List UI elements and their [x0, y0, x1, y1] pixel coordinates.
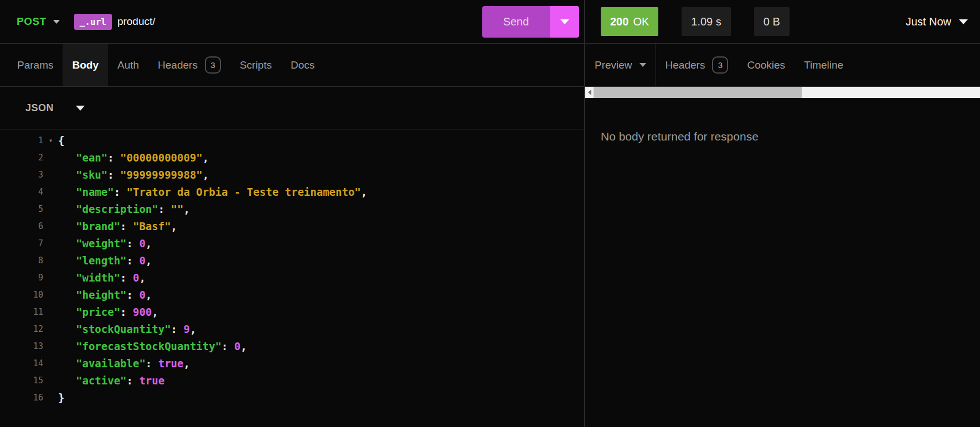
code-text: "weight": 0,	[58, 235, 152, 252]
line-number: 14	[0, 355, 43, 372]
tab-label: Cookies	[747, 59, 785, 71]
fold-gutter	[43, 201, 58, 218]
status-text: OK	[633, 15, 649, 28]
code-text: "length": 0,	[58, 252, 152, 269]
line-number: 1	[0, 132, 43, 149]
line-number: 4	[0, 184, 43, 201]
tab-docs[interactable]: Docs	[281, 44, 324, 86]
line-number: 6	[0, 218, 43, 235]
line-number: 13	[0, 338, 43, 355]
chevron-down-icon	[959, 19, 968, 24]
code-line[interactable]: 12"stockQuantity": 9,	[0, 321, 584, 338]
response-body-area: No body returned for response	[585, 98, 980, 427]
code-line[interactable]: 15"active": true	[0, 372, 584, 389]
code-text: "active": true	[58, 372, 164, 389]
response-panel: 200 OK 1.09 s 0 B Just Now PreviewHeader…	[585, 0, 980, 427]
fold-gutter	[43, 235, 58, 252]
fold-gutter	[43, 269, 58, 287]
code-text: "height": 0,	[58, 287, 152, 304]
code-line[interactable]: 13"forecastStockQuantity": 0,	[0, 338, 584, 355]
tab-label: Headers	[666, 59, 705, 71]
request-url-bar: POST _.url product/ Send	[0, 0, 584, 44]
fold-gutter	[43, 389, 58, 407]
method-label: POST	[17, 15, 47, 28]
code-line[interactable]: 2"ean": "00000000009",	[0, 149, 584, 166]
body-mode-select[interactable]: JSON	[25, 102, 54, 114]
fold-toggle-icon[interactable]: ▾	[43, 132, 58, 149]
code-text: "name": "Trator da Orbia - Teste treinam…	[58, 184, 367, 201]
tab-label: Docs	[291, 59, 314, 71]
tab-params[interactable]: Params	[8, 44, 63, 86]
code-text: "width": 0,	[58, 269, 146, 287]
line-number: 7	[0, 235, 43, 252]
fold-gutter	[43, 218, 58, 235]
tab-label: Timeline	[804, 59, 843, 71]
scrollbar-left-arrow[interactable]	[585, 87, 594, 98]
line-number: 5	[0, 201, 43, 218]
tab-scripts[interactable]: Scripts	[230, 44, 281, 86]
method-select[interactable]: POST	[17, 15, 60, 28]
line-number: 8	[0, 252, 43, 269]
tab-label: Body	[72, 59, 99, 71]
line-number: 2	[0, 149, 43, 166]
tab-headers[interactable]: Headers3	[148, 44, 230, 86]
code-text: "available": true,	[58, 355, 190, 372]
code-text: "forecastStockQuantity": 0,	[58, 338, 247, 355]
code-line[interactable]: 6"brand": "Basf",	[0, 218, 584, 235]
arrow-left-icon	[588, 90, 591, 95]
code-line[interactable]: 8"length": 0,	[0, 252, 584, 269]
status-badge: 200 OK	[601, 7, 658, 36]
tab-body[interactable]: Body	[63, 44, 108, 86]
line-number: 10	[0, 287, 43, 304]
json-body-editor[interactable]: 1▾{2"ean": "00000000009",3"sku": "999999…	[0, 129, 584, 427]
scrollbar-thumb[interactable]	[594, 87, 802, 98]
url-variable-badge: _.url	[74, 14, 112, 30]
fold-gutter	[43, 355, 58, 372]
code-line[interactable]: 7"weight": 0,	[0, 235, 584, 252]
tab-headers[interactable]: Headers3	[656, 44, 738, 86]
code-text: "ean": "00000000009",	[58, 149, 209, 166]
chevron-down-icon[interactable]	[76, 106, 85, 111]
line-number: 15	[0, 372, 43, 389]
api-client-window: POST _.url product/ Send ParamsBodyAuthH…	[0, 0, 980, 427]
code-line[interactable]: 11"price": 900,	[0, 304, 584, 321]
url-input[interactable]: _.url product/	[74, 14, 482, 30]
tab-preview[interactable]: Preview	[585, 44, 656, 86]
response-hscrollbar[interactable]	[585, 87, 980, 98]
line-number: 3	[0, 166, 43, 184]
fold-gutter	[43, 321, 58, 338]
request-tabs: ParamsBodyAuthHeaders3ScriptsDocs	[0, 44, 584, 87]
tab-label: Preview	[595, 59, 632, 71]
code-text: {	[58, 132, 64, 149]
code-text: "sku": "99999999988",	[58, 166, 209, 184]
chevron-down-icon	[639, 63, 646, 67]
code-line[interactable]: 3"sku": "99999999988",	[0, 166, 584, 184]
fold-gutter	[43, 149, 58, 166]
tab-timeline[interactable]: Timeline	[795, 44, 853, 86]
tab-cookies[interactable]: Cookies	[737, 44, 795, 86]
code-line[interactable]: 5"description": "",	[0, 201, 584, 218]
code-line[interactable]: 10"height": 0,	[0, 287, 584, 304]
chevron-down-icon	[53, 20, 60, 24]
tab-label: Auth	[117, 59, 139, 71]
fold-gutter	[43, 184, 58, 201]
tab-auth[interactable]: Auth	[108, 44, 148, 86]
response-tabs: PreviewHeaders3CookiesTimeline	[585, 44, 980, 87]
code-text: "brand": "Basf",	[58, 218, 177, 235]
tab-count-badge: 3	[205, 56, 221, 74]
code-line[interactable]: 4"name": "Trator da Orbia - Teste treina…	[0, 184, 584, 201]
duration-badge: 1.09 s	[682, 7, 730, 36]
send-split-button: Send	[482, 6, 579, 38]
line-number: 12	[0, 321, 43, 338]
code-line[interactable]: 14"available": true,	[0, 355, 584, 372]
send-button[interactable]: Send	[482, 6, 550, 38]
code-line[interactable]: 1▾{	[0, 132, 584, 149]
response-meta-bar: 200 OK 1.09 s 0 B Just Now	[585, 0, 980, 44]
code-line[interactable]: 9"width": 0,	[0, 269, 584, 287]
response-time-dropdown[interactable]: Just Now	[906, 15, 968, 28]
code-line[interactable]: 16}	[0, 389, 584, 407]
send-options-button[interactable]	[550, 6, 579, 38]
tab-label: Params	[17, 59, 53, 71]
line-number: 9	[0, 269, 43, 287]
response-time-label: Just Now	[906, 15, 951, 28]
